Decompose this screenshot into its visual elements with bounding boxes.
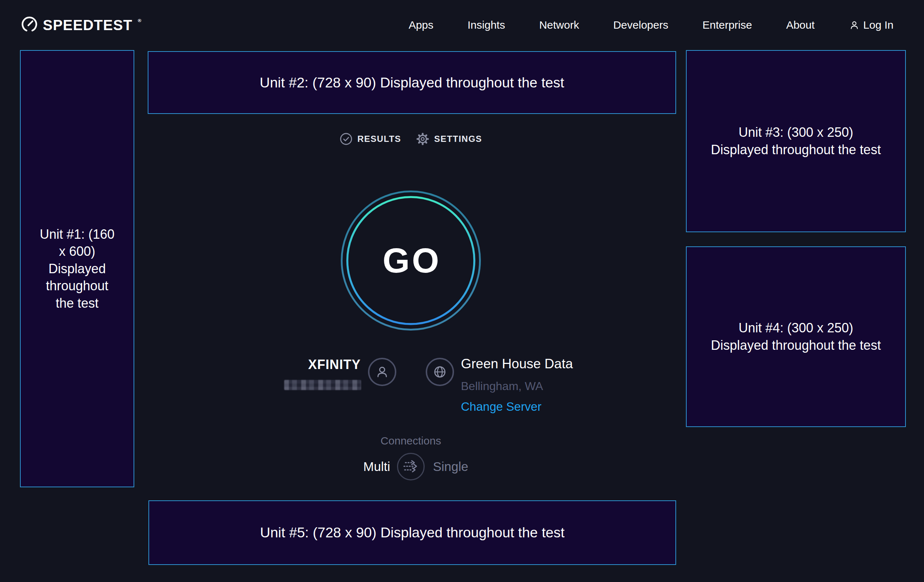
ad-unit-2[interactable]: Unit #2: (728 x 90) Displayed throughout… (148, 51, 676, 114)
ad-unit-3[interactable]: Unit #3: (300 x 250) Displayed throughou… (686, 50, 906, 232)
logo-trademark: ® (138, 18, 142, 23)
tab-settings-label: SETTINGS (434, 134, 482, 144)
go-button[interactable]: GO (338, 188, 483, 333)
nav-item-insights[interactable]: Insights (467, 19, 505, 31)
tab-settings[interactable]: SETTINGS (416, 132, 482, 146)
nav-item-enterprise[interactable]: Enterprise (702, 19, 752, 31)
gear-icon (416, 132, 429, 146)
tab-bar: RESULTS (340, 132, 482, 146)
redacted-ip-text (284, 380, 361, 390)
tab-results-label: RESULTS (358, 134, 401, 144)
nav-menu: Apps Insights Network Developers Enterpr… (409, 0, 894, 50)
nav-item-developers[interactable]: Developers (613, 19, 668, 31)
connections-label: Connections (381, 435, 441, 447)
ad-unit-5[interactable]: Unit #5: (728 x 90) Displayed throughout… (148, 500, 676, 565)
speedtest-page: SPEEDTEST ® Apps Insights Network Develo… (0, 0, 924, 582)
user-icon (849, 20, 860, 30)
server-location: Bellingham, WA (461, 379, 543, 393)
tab-results[interactable]: RESULTS (340, 132, 401, 145)
ad-unit-5-text: Unit #5: (728 x 90) Displayed throughout… (260, 523, 565, 542)
isp-name: XFINITY (308, 357, 361, 372)
server-name: Green House Data (461, 356, 573, 371)
top-nav: SPEEDTEST ® Apps Insights Network Develo… (0, 0, 924, 50)
nav-item-apps[interactable]: Apps (409, 19, 433, 31)
ad-unit-3-text: Unit #3: (300 x 250) Displayed throughou… (708, 124, 883, 158)
logo-text: SPEEDTEST (43, 17, 132, 33)
nav-item-network[interactable]: Network (539, 19, 579, 31)
go-button-label: GO (338, 188, 483, 333)
ad-unit-4[interactable]: Unit #4: (300 x 250) Displayed throughou… (686, 246, 906, 427)
ad-unit-4-text: Unit #4: (300 x 250) Displayed throughou… (708, 319, 883, 354)
connections-multi-option[interactable]: Multi (363, 459, 390, 474)
speedtest-logo[interactable]: SPEEDTEST ® (21, 0, 141, 50)
ad-unit-1[interactable]: Unit #1: (160 x 600) Displayed throughou… (20, 50, 134, 487)
login-label: Log In (863, 19, 894, 31)
connections-toggle-button[interactable] (397, 453, 425, 480)
isp-user-icon (368, 358, 396, 386)
login-button[interactable]: Log In (849, 19, 894, 31)
multi-arrows-icon (398, 453, 424, 480)
connections-single-option[interactable]: Single (433, 459, 468, 474)
globe-icon (426, 358, 454, 386)
nav-item-about[interactable]: About (786, 19, 814, 31)
change-server-link[interactable]: Change Server (461, 400, 541, 414)
ad-unit-1-text: Unit #1: (160 x 600) Displayed throughou… (37, 226, 117, 312)
gauge-icon (21, 16, 38, 34)
check-circle-icon (340, 132, 353, 145)
ad-unit-2-text: Unit #2: (728 x 90) Displayed throughout… (260, 73, 564, 92)
